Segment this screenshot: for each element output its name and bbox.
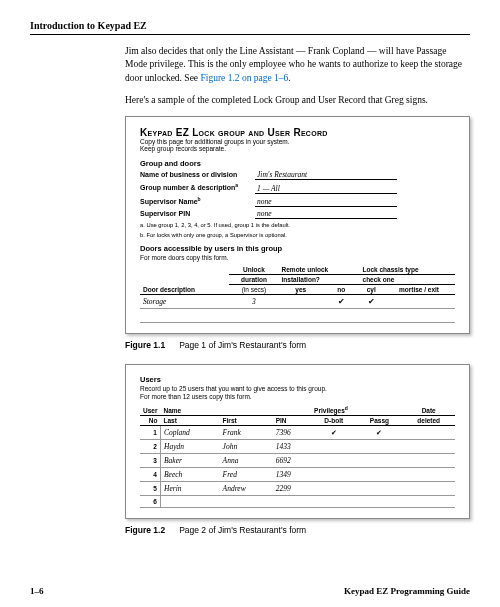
value-supname: none — [255, 197, 397, 207]
value-business: Jim's Restaurant — [255, 170, 397, 180]
form-lock-group: Keypad EZ Lock group and User Record Cop… — [125, 116, 470, 334]
cell-last: Herin — [160, 482, 219, 496]
col-passg: Passg — [356, 416, 402, 426]
intro-text-1a: Jim also decides that only the Line Assi… — [125, 46, 462, 83]
users-table: User Name Privilegesd Date No Last First… — [140, 404, 455, 508]
cell-first: John — [220, 440, 273, 454]
figure-link[interactable]: Figure 1.2 on page 1–6 — [200, 73, 288, 83]
cell-last — [160, 496, 219, 508]
page-header: Introduction to Keypad EZ — [30, 20, 470, 31]
col-dbolt: D-bolt — [311, 416, 356, 426]
cell-dbolt — [311, 440, 356, 454]
footer-doc-title: Keypad EZ Programming Guide — [344, 586, 470, 596]
cell-deleted — [402, 468, 455, 482]
figure-1-2-caption: Figure 1.2Page 2 of Jim's Restaurant's f… — [125, 525, 470, 535]
col-last: Last — [160, 416, 219, 426]
intro-paragraph-2: Here's a sample of the completed Lock Gr… — [125, 94, 470, 107]
table-row: 4BeechFred1349 — [140, 468, 455, 482]
cell-no: 1 — [140, 426, 160, 440]
cell-last: Haydn — [160, 440, 219, 454]
col-priv-sup: d — [345, 405, 348, 411]
cell-no: ✔ — [323, 294, 360, 308]
cell-passg — [356, 440, 402, 454]
cell-no: 6 — [140, 496, 160, 508]
form-users: Users Record up to 25 users that you wan… — [125, 364, 470, 519]
cell-pin: 2299 — [273, 482, 311, 496]
label-supname: Supervisor Nameb — [140, 196, 255, 205]
col-unlock-2: duration — [229, 274, 278, 284]
cell-desc: Storage — [140, 294, 229, 308]
cell-first: Fred — [220, 468, 273, 482]
table-row: 6 — [140, 496, 455, 508]
note-b: b. For locks with only one group, a Supe… — [140, 232, 455, 239]
value-group: 1 — All — [255, 184, 397, 194]
figure-1-2-text: Page 2 of Jim's Restaurant's form — [179, 525, 306, 535]
form1-sub2: Keep group records separate. — [140, 145, 455, 153]
table-row: Storage 3 ✔ ✔ — [140, 294, 455, 308]
cell-last: Beech — [160, 468, 219, 482]
cell-deleted — [402, 426, 455, 440]
intro-text-1b: . — [288, 73, 290, 83]
col-date: Date — [402, 404, 455, 416]
cell-deleted — [402, 482, 455, 496]
users-line2: For more than 12 users copy this form. — [140, 393, 455, 400]
intro-paragraph-1: Jim also decides that only the Line Assi… — [125, 45, 470, 85]
col-unlock-3: (in secs) — [229, 284, 278, 294]
cell-yes — [279, 294, 323, 308]
field-supname: Supervisor Nameb none — [140, 196, 455, 207]
cell-pin — [273, 496, 311, 508]
col-first: First — [220, 416, 273, 426]
col-mortise: mortise / exit — [383, 284, 455, 294]
form1-sub1: Copy this page for additional groups in … — [140, 138, 455, 146]
cell-last: Copland — [160, 426, 219, 440]
cell-first: Anna — [220, 454, 273, 468]
cell-pin: 6692 — [273, 454, 311, 468]
col-user: User — [140, 404, 160, 416]
col-priv-text: Privileges — [314, 407, 345, 414]
col-cyl: cyl — [360, 284, 383, 294]
col-chassis-2: check one — [360, 274, 455, 284]
figure-1-1-label: Figure 1.1 — [125, 340, 165, 350]
col-name: Name — [160, 404, 219, 416]
form1-title: Keypad EZ Lock group and User Record — [140, 127, 455, 138]
cell-passg — [356, 468, 402, 482]
value-suppin: none — [255, 209, 397, 219]
cell-no: 4 — [140, 468, 160, 482]
cell-cyl: ✔ — [360, 294, 383, 308]
cell-passg: ✔ — [356, 426, 402, 440]
section-doors: Doors accessible by users in this group — [140, 244, 455, 253]
doors-table: Door description Unlock Remote unlock Lo… — [140, 265, 455, 323]
cell-pin: 1349 — [273, 468, 311, 482]
label-suppin: Supervisor PIN — [140, 210, 255, 217]
cell-passg — [356, 454, 402, 468]
field-business: Name of business or division Jim's Resta… — [140, 170, 455, 180]
cell-no: 2 — [140, 440, 160, 454]
cell-first — [220, 496, 273, 508]
table-row: 2HaydnJohn1433 — [140, 440, 455, 454]
note-a: a. Use group 1, 2, 3, 4, or 5. If used, … — [140, 222, 455, 229]
col-no: No — [140, 416, 160, 426]
col-remote-1: Remote unlock — [279, 265, 360, 275]
cell-deleted — [402, 496, 455, 508]
cell-pin: 7396 — [273, 426, 311, 440]
table-row: 5HerinAndrew2299 — [140, 482, 455, 496]
figure-1-2-label: Figure 1.2 — [125, 525, 165, 535]
page-footer: 1–6 Keypad EZ Programming Guide — [30, 586, 470, 596]
cell-dbolt — [311, 496, 356, 508]
col-remote-2: installation? — [279, 274, 360, 284]
header-rule — [30, 34, 470, 35]
cell-dbolt — [311, 454, 356, 468]
col-no: no — [323, 284, 360, 294]
cell-passg — [356, 482, 402, 496]
cell-dbolt — [311, 468, 356, 482]
col-unlock-1: Unlock — [229, 265, 278, 275]
label-group-sup: a — [235, 182, 238, 188]
figure-1-1-text: Page 1 of Jim's Restaurant's form — [179, 340, 306, 350]
cell-last: Baker — [160, 454, 219, 468]
col-yes: yes — [279, 284, 323, 294]
cell-deleted — [402, 440, 455, 454]
section-group-doors: Group and doors — [140, 159, 455, 168]
label-supname-text: Supervisor Name — [140, 198, 198, 205]
col-deleted: deleted — [402, 416, 455, 426]
doors-more: For more doors copy this form. — [140, 254, 455, 261]
